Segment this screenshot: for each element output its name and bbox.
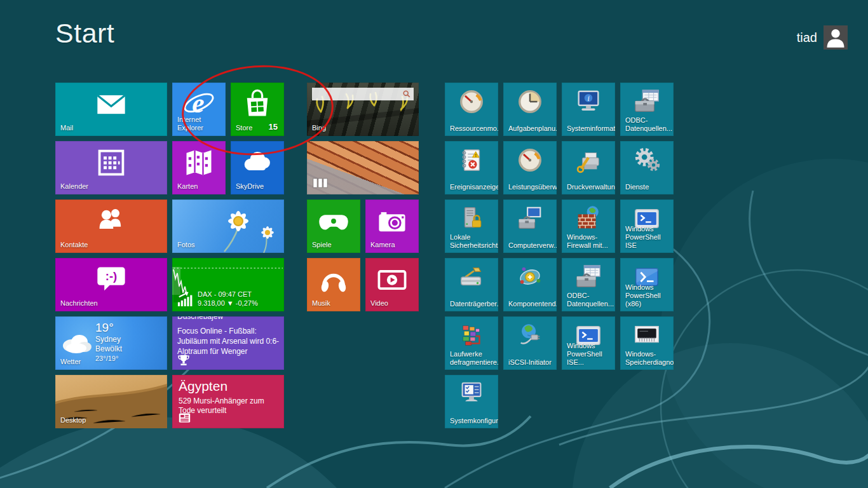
- weather-cloud-icon: [59, 330, 93, 355]
- user-chip[interactable]: tiad: [797, 25, 848, 50]
- tile-label: Laufwerke defragmentiere...: [450, 350, 493, 367]
- tile-label: Kalender: [60, 182, 88, 191]
- tile-wetter[interactable]: 19° Sydney Bewölkt 23°/19° Wetter: [55, 316, 167, 370]
- tile-news-aegypten[interactable]: Ägypten 529 Mursi-Anhänger zum Tode veru…: [172, 375, 284, 428]
- tile-kontakte[interactable]: Kontakte: [55, 200, 167, 253]
- tile-label: Aufgabenplanu...: [508, 125, 552, 133]
- stock-value-change: 9.318,00 ▼ -0,27%: [198, 299, 258, 307]
- weather-temperature: 19°: [95, 321, 114, 334]
- tile-group-middle: Bing Spiele Kamera Musik Video: [307, 83, 419, 311]
- search-icon: [403, 90, 410, 98]
- tile-label: Ereignisanzeige: [450, 183, 493, 191]
- tile-musik[interactable]: Musik: [307, 258, 360, 311]
- newspaper-icon: [179, 412, 191, 423]
- tile-bing[interactable]: Bing: [307, 83, 419, 136]
- tile-store[interactable]: Store 15: [231, 83, 284, 136]
- tile-ereignisanzeige[interactable]: Ereignisanzeige: [445, 141, 498, 194]
- tile-label: ODBC-Datenquellen...: [567, 292, 610, 308]
- tile-systeminformationen[interactable]: Systeminformat...: [562, 83, 615, 136]
- tile-label: Systeminformat...: [567, 125, 610, 133]
- tile-label: Fotos: [177, 241, 195, 249]
- tile-label: Druckverwaltung: [567, 183, 610, 191]
- tile-karten[interactable]: Karten: [172, 141, 226, 194]
- tile-label: Windows PowerShell (x86): [625, 283, 668, 308]
- tile-label: Kamera: [370, 241, 395, 249]
- tile-label: Desktop: [60, 416, 86, 424]
- tile-speicherdiagnose[interactable]: Windows-Speicherdiagno...: [620, 316, 674, 370]
- tile-label: Komponentend...: [508, 300, 552, 308]
- tile-datentraegerbereinigung[interactable]: Datenträgerber...: [445, 258, 498, 311]
- user-name: tiad: [797, 30, 817, 45]
- tile-komponentendienste[interactable]: Komponentend...: [503, 258, 557, 311]
- tile-fotos[interactable]: Fotos: [172, 200, 284, 253]
- stock-quote: DAX - 09:47 CET 9.318,00 ▼ -0,27%: [198, 290, 258, 308]
- trophy-icon: [177, 354, 190, 367]
- user-avatar-icon[interactable]: [824, 25, 848, 50]
- news-headline: Focus Online - Fußball: Jubiläum mit Ars…: [177, 326, 280, 356]
- tile-label: ODBC-Datenquellen...: [625, 116, 668, 133]
- tile-powershell-x86[interactable]: Windows PowerShell (x86): [620, 258, 674, 311]
- photo-stack-icon: [312, 175, 329, 189]
- news-headline: 529 Mursi-Anhänger zum Tode verurteilt: [179, 396, 279, 416]
- weather-city: Sydney: [95, 335, 121, 344]
- tile-odbc-datenquellen-64[interactable]: ODBC-Datenquellen...: [620, 83, 674, 136]
- bing-search-bar[interactable]: [312, 88, 414, 100]
- tile-powershell-ise[interactable]: Windows PowerShell ISE: [620, 200, 674, 253]
- tile-finanzen[interactable]: DAX - 09:47 CET 9.318,00 ▼ -0,27%: [172, 258, 284, 311]
- tile-computerverwaltung[interactable]: Computerverw...: [503, 200, 557, 253]
- tile-label: Computerverw...: [508, 241, 552, 250]
- tile-dienste[interactable]: Dienste: [620, 141, 674, 194]
- stock-index-time: DAX - 09:47 CET: [198, 290, 252, 298]
- tile-group-left: Mail Internet Explorer Store 15 Kalender…: [55, 83, 284, 428]
- page-title: Start: [55, 18, 114, 49]
- tile-label: Wetter: [60, 358, 81, 366]
- tile-internet-explorer[interactable]: Internet Explorer: [172, 83, 226, 136]
- tile-label: Systemkonfigur...: [450, 417, 493, 425]
- tile-desktop[interactable]: Desktop: [55, 375, 167, 428]
- tile-photo-city[interactable]: [307, 141, 419, 194]
- tile-nachrichten[interactable]: Nachrichten: [55, 258, 167, 311]
- weather-high-low: 23°/19°: [95, 355, 118, 362]
- tile-skydrive[interactable]: SkyDrive: [231, 141, 284, 194]
- start-screen: e :-) i !: [0, 0, 868, 488]
- tile-kalender[interactable]: Kalender: [55, 141, 167, 194]
- stock-bars-icon: [177, 291, 194, 306]
- tile-label: Windows-Speicherdiagno...: [625, 350, 668, 367]
- tile-label: Leistungsüberw...: [508, 183, 552, 191]
- tile-kamera[interactable]: Kamera: [365, 200, 419, 253]
- tile-ressourcenmonitor[interactable]: Ressourcenmo...: [445, 83, 498, 136]
- tile-label: Store: [236, 124, 252, 132]
- tile-group-admin: Ressourcenmo... Aufgabenplanu... Systemi…: [445, 83, 674, 428]
- tile-powershell-ise-x86[interactable]: Windows PowerShell ISE...: [562, 316, 615, 370]
- tile-label: Mail: [60, 124, 73, 132]
- tile-systemkonfiguration[interactable]: Systemkonfigur...: [445, 375, 498, 428]
- tile-iscsi-initiator[interactable]: iSCSI-Initiator: [503, 316, 557, 370]
- tile-spiele[interactable]: Spiele: [307, 200, 360, 253]
- tile-label: Windows PowerShell ISE...: [567, 342, 610, 367]
- tile-label: SkyDrive: [236, 182, 264, 191]
- tile-label: iSCSI-Initiator: [508, 358, 552, 367]
- tile-druckverwaltung[interactable]: Druckverwaltung: [562, 141, 615, 194]
- tile-odbc-datenquellen-32[interactable]: ODBC-Datenquellen...: [562, 258, 615, 311]
- tile-label: Nachrichten: [60, 299, 98, 308]
- tile-aufgabenplanung[interactable]: Aufgabenplanu...: [503, 83, 557, 136]
- tile-news-sport[interactable]: Duschebajew Focus Online - Fußball: Jubi…: [172, 316, 284, 370]
- tile-label: Musik: [312, 299, 330, 308]
- store-badge-count: 15: [269, 122, 278, 132]
- tile-label: Video: [370, 299, 388, 308]
- news-previous-headline: Duschebajew: [177, 316, 223, 321]
- tile-label: Bing: [312, 124, 326, 132]
- tile-label: Spiele: [312, 241, 332, 249]
- tile-leistungsueberwachung[interactable]: Leistungsüberw...: [503, 141, 557, 194]
- tile-laufwerke-defragmentieren[interactable]: Laufwerke defragmentiere...: [445, 316, 498, 370]
- tile-lokale-sicherheitsrichtlinie[interactable]: Lokale Sicherheitsricht...: [445, 200, 498, 253]
- tile-label: Ressourcenmo...: [450, 125, 493, 133]
- tile-label: Dienste: [625, 183, 649, 191]
- tile-label: Datenträgerber...: [450, 300, 493, 308]
- tile-label: Windows-Firewall mit...: [567, 233, 610, 250]
- tile-video[interactable]: Video: [365, 258, 419, 311]
- tile-label: Lokale Sicherheitsricht...: [450, 233, 493, 250]
- news-country-title: Ägypten: [179, 379, 227, 394]
- tile-mail[interactable]: Mail: [55, 83, 167, 136]
- tile-windows-firewall[interactable]: Windows-Firewall mit...: [562, 200, 615, 253]
